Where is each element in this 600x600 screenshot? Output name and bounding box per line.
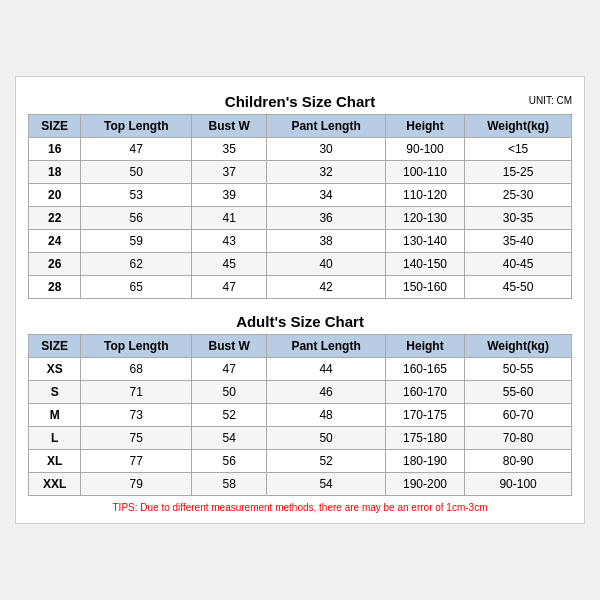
table-row: 18503732100-11015-25	[29, 161, 572, 184]
table-row: XL775652180-19080-90	[29, 450, 572, 473]
chart-container: Children's Size Chart UNIT: CM SIZE Top …	[15, 76, 585, 524]
table-row: 24594338130-14035-40	[29, 230, 572, 253]
table-row: 26624540140-15040-45	[29, 253, 572, 276]
table-row: 28654742150-16045-50	[29, 276, 572, 299]
table-row: L755450175-18070-80	[29, 427, 572, 450]
adults-col-size: SIZE	[29, 335, 81, 358]
children-col-bust-w: Bust W	[192, 115, 267, 138]
adults-header-row: SIZE Top Length Bust W Pant Length Heigh…	[29, 335, 572, 358]
children-col-weight: Weight(kg)	[465, 115, 572, 138]
table-row: S715046160-17055-60	[29, 381, 572, 404]
adults-col-bust-w: Bust W	[192, 335, 267, 358]
adults-col-top-length: Top Length	[81, 335, 192, 358]
children-table: SIZE Top Length Bust W Pant Length Heigh…	[28, 114, 572, 299]
children-header-row: SIZE Top Length Bust W Pant Length Heigh…	[29, 115, 572, 138]
children-section-header: Children's Size Chart UNIT: CM	[28, 87, 572, 114]
children-col-height: Height	[385, 115, 464, 138]
children-title: Children's Size Chart	[225, 93, 375, 110]
adults-section-header: Adult's Size Chart	[28, 307, 572, 334]
adults-col-weight: Weight(kg)	[465, 335, 572, 358]
unit-label: UNIT: CM	[529, 95, 572, 106]
table-row: XXL795854190-20090-100	[29, 473, 572, 496]
adults-title: Adult's Size Chart	[236, 313, 364, 330]
children-col-pant-length: Pant Length	[267, 115, 386, 138]
adults-col-pant-length: Pant Length	[267, 335, 386, 358]
table-row: XS684744160-16550-55	[29, 358, 572, 381]
table-row: 22564136120-13030-35	[29, 207, 572, 230]
adults-col-height: Height	[385, 335, 464, 358]
table-row: 1647353090-100<15	[29, 138, 572, 161]
children-col-size: SIZE	[29, 115, 81, 138]
tips-text: TIPS: Due to different measurement metho…	[28, 502, 572, 513]
adults-table: SIZE Top Length Bust W Pant Length Heigh…	[28, 334, 572, 496]
children-col-top-length: Top Length	[81, 115, 192, 138]
table-row: M735248170-17560-70	[29, 404, 572, 427]
table-row: 20533934110-12025-30	[29, 184, 572, 207]
